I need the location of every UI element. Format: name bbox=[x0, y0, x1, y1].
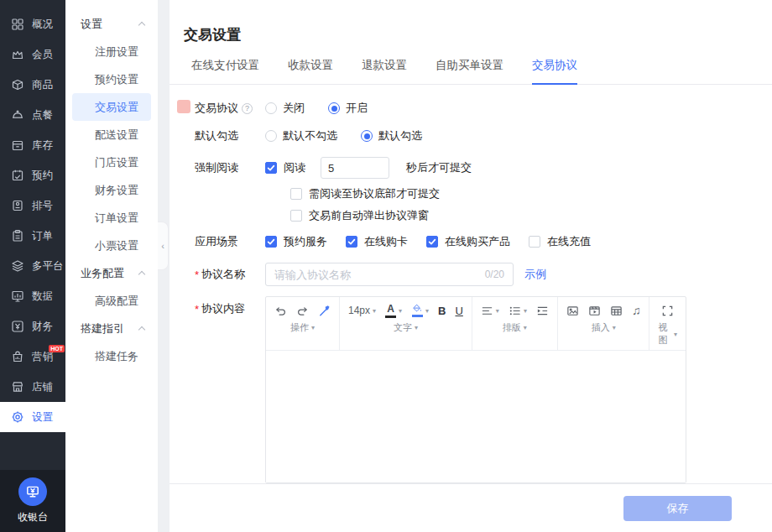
radio-unselected[interactable] bbox=[265, 102, 277, 114]
sidebar-item-label: 排号 bbox=[32, 199, 53, 213]
sidebar-item-overview[interactable]: 概况 bbox=[0, 9, 65, 39]
toolbar-group-label[interactable]: 排版▾ bbox=[503, 321, 527, 334]
scenario-checkbox[interactable] bbox=[346, 236, 357, 248]
tab-3[interactable]: 退款设置 bbox=[362, 58, 407, 84]
save-button[interactable]: 保存 bbox=[623, 496, 732, 521]
seconds-input[interactable] bbox=[321, 157, 389, 179]
list-button[interactable]: ▾ bbox=[509, 305, 527, 317]
reading-sub-option[interactable]: 需阅读至协议底部才可提交 bbox=[290, 183, 772, 205]
scenario-option[interactable]: 预约服务 bbox=[265, 234, 327, 249]
font-size-value: 14px bbox=[348, 305, 370, 316]
radio-selected[interactable] bbox=[328, 102, 340, 114]
toolbar-group-label[interactable]: 插入▾ bbox=[592, 321, 616, 334]
reading-sub-options: 需阅读至协议底部才可提交交易前自动弹出协议弹窗 bbox=[195, 183, 772, 227]
settings-nav-item[interactable]: 财务设置 bbox=[72, 176, 151, 204]
redo-button[interactable] bbox=[296, 305, 309, 317]
sidebar-collapse-handle[interactable]: ‹ bbox=[158, 222, 169, 270]
sidebar-item-inventory[interactable]: 库存 bbox=[0, 130, 65, 160]
sidebar-item-shop[interactable]: 店铺 bbox=[0, 372, 65, 402]
sidebar-item-queue[interactable]: 排号 bbox=[0, 190, 65, 221]
tab-1[interactable]: 在线支付设置 bbox=[191, 58, 259, 84]
settings-nav-item[interactable]: 预约设置 bbox=[72, 65, 151, 93]
underline-button[interactable]: U bbox=[455, 305, 462, 316]
sidebar-item-data[interactable]: 数据 bbox=[0, 281, 65, 311]
radio-selected[interactable] bbox=[361, 130, 373, 142]
sidebar-item-products[interactable]: 商品 bbox=[0, 70, 65, 100]
bg-color-button[interactable]: ▾ bbox=[411, 304, 429, 317]
music-button[interactable]: ♫ bbox=[632, 305, 641, 316]
cashier-button[interactable]: 收银台 bbox=[0, 470, 65, 532]
sidebar-item-orders[interactable]: 订单 bbox=[0, 221, 65, 251]
agreement-name-input[interactable] bbox=[274, 269, 480, 281]
sidebar-item-settings[interactable]: 设置 bbox=[0, 402, 65, 432]
table-button[interactable] bbox=[610, 305, 623, 317]
format-painter-button[interactable] bbox=[318, 305, 331, 317]
required-asterisk: * bbox=[195, 303, 199, 316]
fullscreen-button[interactable] bbox=[661, 305, 674, 317]
sidebar-item-multiplatform[interactable]: 多平台 bbox=[0, 251, 65, 281]
bold-button[interactable]: B bbox=[438, 305, 446, 316]
undo-button[interactable] bbox=[274, 305, 287, 317]
indent-button[interactable] bbox=[536, 305, 549, 317]
scenario-checkbox[interactable] bbox=[529, 236, 540, 248]
tab-5[interactable]: 交易协议 bbox=[532, 58, 577, 85]
radio-label: 关闭 bbox=[283, 101, 305, 116]
finance-icon bbox=[11, 320, 24, 333]
tab-4[interactable]: 自助买单设置 bbox=[436, 58, 503, 84]
scenario-option[interactable]: 在线充值 bbox=[529, 234, 591, 249]
editor-content-area[interactable] bbox=[266, 351, 686, 482]
settings-nav-group-header-2[interactable]: 搭建指引 bbox=[65, 315, 158, 342]
scenario-checkbox[interactable] bbox=[426, 236, 438, 248]
settings-nav-group-title: 设置 bbox=[81, 17, 102, 32]
font-color-button[interactable]: A▾ bbox=[385, 304, 402, 318]
toolbar-group: 操作▾ bbox=[266, 297, 340, 350]
agreement-name-label: 协议名称 bbox=[201, 267, 245, 282]
settings-nav-item[interactable]: 搭建任务 bbox=[72, 342, 151, 370]
settings-nav-item[interactable]: 交易设置 bbox=[72, 93, 151, 121]
toolbar-group-label[interactable]: 文字▾ bbox=[394, 321, 418, 334]
toolbar-group-label[interactable]: 操作▾ bbox=[290, 321, 315, 334]
toolbar-group-label-text: 文字 bbox=[394, 321, 412, 334]
settings-nav-item[interactable]: 小票设置 bbox=[72, 232, 151, 259]
image-icon bbox=[566, 305, 579, 317]
sub-option-checkbox[interactable] bbox=[290, 210, 302, 222]
sidebar-item-ordering[interactable]: 点餐 bbox=[0, 100, 65, 130]
toolbar-group-label-text: 插入 bbox=[592, 321, 610, 334]
settings-nav-item[interactable]: 门店设置 bbox=[72, 149, 151, 176]
data-icon bbox=[11, 289, 24, 303]
reading-checkbox[interactable] bbox=[265, 162, 277, 174]
agreement-option[interactable]: 开启 bbox=[328, 101, 368, 116]
sidebar-item-label: 多平台 bbox=[32, 259, 64, 274]
video-button[interactable] bbox=[588, 305, 601, 317]
image-button[interactable] bbox=[566, 305, 579, 317]
agreement-option[interactable]: 关闭 bbox=[265, 101, 305, 116]
radio-unselected[interactable] bbox=[265, 130, 277, 142]
toolbar-group-label[interactable]: 视图▾ bbox=[658, 321, 677, 347]
forced-reading-row: 强制阅读 阅读 秒后才可提交 bbox=[195, 157, 772, 179]
page-title: 交易设置 bbox=[184, 25, 772, 44]
sidebar-item-label: 会员 bbox=[32, 48, 53, 62]
align-button[interactable]: ▾ bbox=[481, 305, 499, 317]
settings-nav-item[interactable]: 注册设置 bbox=[72, 38, 151, 65]
font-size-button[interactable]: 14px▾ bbox=[348, 305, 376, 316]
reading-sub-option[interactable]: 交易前自动弹出协议弹窗 bbox=[290, 205, 772, 227]
settings-nav-item[interactable]: 订单设置 bbox=[72, 204, 151, 232]
scenario-option[interactable]: 在线购买产品 bbox=[426, 234, 510, 249]
settings-nav-item[interactable]: 高级配置 bbox=[72, 287, 151, 315]
sub-option-checkbox[interactable] bbox=[290, 188, 302, 200]
sidebar-item-finance[interactable]: 财务 bbox=[0, 311, 65, 342]
default-check-option[interactable]: 默认不勾选 bbox=[265, 128, 337, 143]
tab-2[interactable]: 收款设置 bbox=[288, 58, 333, 84]
scenario-checkbox[interactable] bbox=[265, 236, 277, 248]
sidebar-item-members[interactable]: 会员 bbox=[0, 39, 65, 70]
settings-nav-group-header-1[interactable]: 业务配置 bbox=[65, 259, 158, 287]
settings-nav-item[interactable]: 配送设置 bbox=[72, 121, 151, 149]
sidebar-item-marketing[interactable]: 营销HOT bbox=[0, 342, 65, 372]
scenario-option[interactable]: 在线购卡 bbox=[346, 234, 408, 249]
sidebar-item-booking[interactable]: 预约 bbox=[0, 160, 65, 190]
settings-nav-group-header-0[interactable]: 设置 bbox=[65, 10, 158, 38]
default-check-option[interactable]: 默认勾选 bbox=[361, 128, 422, 143]
help-icon[interactable]: ? bbox=[242, 103, 253, 114]
example-link[interactable]: 示例 bbox=[524, 267, 546, 282]
settings-nav-group-title: 搭建指引 bbox=[81, 321, 124, 336]
